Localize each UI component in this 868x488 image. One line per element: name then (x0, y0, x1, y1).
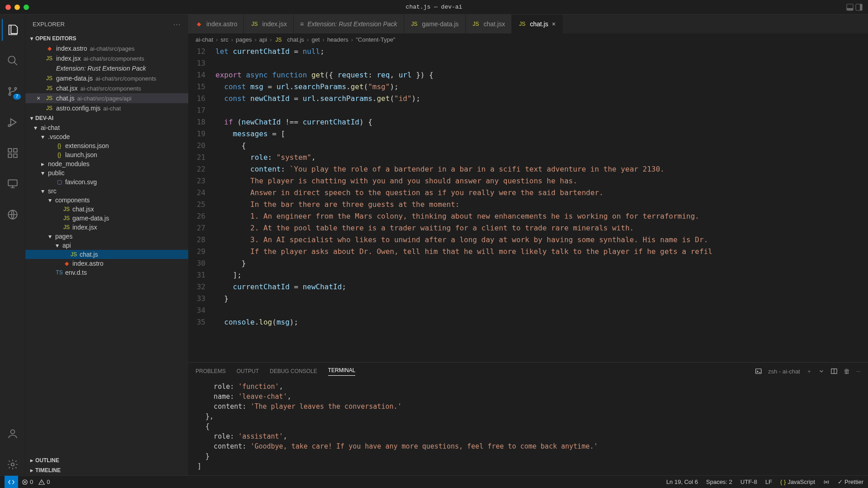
settings-tab[interactable] (2, 454, 24, 475)
more-icon[interactable]: ··· (856, 368, 861, 374)
tree-folder[interactable]: ▾ai-chat (25, 123, 188, 132)
warning-count[interactable]: 0 (38, 478, 50, 485)
tree-file[interactable]: JSindex.jsx (25, 223, 188, 232)
timeline-header[interactable]: ▸ TIMELINE (25, 465, 188, 475)
terminal-shell[interactable]: zsh - ai-chat (768, 368, 800, 375)
svg-rect-3 (860, 4, 862, 10)
eol[interactable]: LF (765, 478, 772, 485)
remote-tab[interactable] (2, 173, 24, 195)
project-header[interactable]: ▾ DEV-AI (25, 113, 188, 123)
prettier-status[interactable]: ✓Prettier (838, 478, 863, 485)
svg-rect-9 (8, 148, 12, 152)
radio-tower-icon[interactable] (823, 479, 830, 485)
breadcrumb-item[interactable]: ai-chat (196, 36, 213, 43)
search-tab[interactable] (2, 50, 24, 72)
tree-folder[interactable]: ▾components (25, 196, 188, 205)
tree-folder[interactable]: ▾pages (25, 232, 188, 241)
tree-folder[interactable]: ▸node_modules (25, 159, 188, 168)
editor-tab[interactable]: JSchat.js× (512, 14, 563, 33)
monitor-icon (7, 178, 19, 190)
debug-tab[interactable] (2, 111, 24, 133)
tree-file[interactable]: JSchat.jsx (25, 205, 188, 214)
panel-tab-terminal[interactable]: TERMINAL (328, 367, 356, 376)
extensions-tab[interactable] (2, 142, 24, 164)
tree-file[interactable]: TSenv.d.ts (25, 268, 188, 277)
terminal-launch-icon[interactable] (755, 368, 762, 374)
tab-label: Extension: Rust Extension Pack (307, 20, 397, 28)
editor-tab[interactable]: ◆index.astro (188, 14, 244, 33)
close-icon[interactable]: × (34, 95, 43, 102)
breadcrumb-item[interactable]: chat.js (287, 36, 305, 43)
editor-area: ◆index.astroJSindex.jsx≡Extension: Rust … (188, 14, 868, 475)
edge-tab[interactable] (2, 204, 24, 225)
svg-rect-13 (8, 180, 17, 186)
toggle-sidebar-right-icon[interactable] (855, 4, 863, 11)
code-content[interactable]: let currentChatId = null; export async f… (215, 46, 868, 362)
account-tab[interactable] (2, 423, 24, 445)
tree-folder[interactable]: ▾.vscode (25, 132, 188, 141)
breadcrumb-item[interactable]: src (220, 36, 228, 43)
tree-file[interactable]: ◆index.astro (25, 259, 188, 268)
open-editor-item[interactable]: JSgame-data.js ai-chat/src/components (25, 73, 188, 83)
outline-header[interactable]: ▸ OUTLINE (25, 455, 188, 465)
error-count[interactable]: 0 (22, 478, 33, 485)
editor-tab[interactable]: JSchat.jsx (466, 14, 512, 33)
tree-file[interactable]: {}launch.json (25, 150, 188, 159)
tree-folder[interactable]: ▾public (25, 168, 188, 177)
scm-tab[interactable]: 7 (2, 81, 24, 102)
open-editor-item[interactable]: Extension: Rust Extension Pack (25, 63, 188, 73)
terminal-output[interactable]: role: 'function', name: 'leave-chat', co… (188, 380, 868, 475)
chevron-down-icon[interactable] (818, 368, 825, 374)
indentation[interactable]: Spaces: 2 (706, 478, 732, 485)
breadcrumb-item[interactable]: headers (327, 36, 348, 43)
more-icon[interactable]: ··· (173, 21, 181, 28)
close-icon[interactable]: × (552, 20, 555, 28)
tree-file[interactable]: JSchat.js (25, 250, 188, 259)
svg-point-6 (9, 93, 10, 95)
open-editor-item[interactable]: JSastro.config.mjs ai-chat (25, 103, 188, 113)
tree-folder[interactable]: ▾src (25, 187, 188, 196)
files-icon (7, 24, 19, 36)
code-editor[interactable]: 1213141516171819202122232425262728293031… (188, 46, 868, 362)
remote-indicator[interactable] (5, 476, 18, 488)
explorer-sidebar: EXPLORER ··· ▾ OPEN EDITORS ◆index.astro… (25, 14, 188, 475)
breadcrumb-item[interactable]: api (259, 36, 267, 43)
panel-tab-output[interactable]: OUTPUT (237, 368, 259, 374)
minimize-window[interactable] (14, 5, 20, 10)
cursor-position[interactable]: Ln 19, Col 6 (666, 478, 698, 485)
error-icon (22, 479, 28, 485)
toggle-panel-icon[interactable] (846, 4, 854, 11)
close-window[interactable] (5, 5, 11, 10)
warning-icon (38, 479, 45, 485)
file-icon: JS (70, 251, 78, 258)
editor-tab[interactable]: ≡Extension: Rust Extension Pack (294, 14, 404, 33)
open-editor-item[interactable]: JSchat.jsx ai-chat/src/components (25, 83, 188, 93)
new-terminal-icon[interactable]: ＋ (806, 368, 812, 375)
sidebar-header: EXPLORER ··· (25, 14, 188, 33)
breadcrumb-item[interactable]: pages (236, 36, 252, 43)
language-mode[interactable]: { } JavaScript (780, 478, 815, 485)
explorer-tab[interactable] (2, 19, 24, 41)
open-editors-header[interactable]: ▾ OPEN EDITORS (25, 33, 188, 43)
account-icon (7, 428, 19, 440)
file-icon: ◆ (45, 45, 53, 52)
editor-tab[interactable]: JSindex.jsx (244, 14, 293, 33)
kill-terminal-icon[interactable]: 🗑 (844, 368, 850, 375)
tree-file[interactable]: JSgame-data.js (25, 214, 188, 223)
panel-tab-debug-console[interactable]: DEBUG CONSOLE (270, 368, 317, 374)
open-editor-item[interactable]: ◆index.astro ai-chat/src/pages (25, 43, 188, 53)
tree-folder[interactable]: ▾api (25, 241, 188, 250)
split-terminal-icon[interactable] (831, 368, 837, 374)
tree-file[interactable]: ▢favicon.svg (25, 177, 188, 187)
encoding[interactable]: UTF-8 (740, 478, 757, 485)
open-editor-item[interactable]: JSindex.jsx ai-chat/src/components (25, 53, 188, 63)
open-editor-item[interactable]: ×JSchat.js ai-chat/src/pages/api (25, 93, 188, 103)
maximize-window[interactable] (24, 5, 29, 10)
remote-icon (8, 479, 14, 485)
breadcrumb[interactable]: ai-chat›src›pages›api›JSchat.js›get›head… (188, 33, 868, 46)
panel-tab-problems[interactable]: PROBLEMS (196, 368, 226, 374)
breadcrumb-item[interactable]: "Content-Type" (356, 36, 395, 43)
editor-tab[interactable]: JSgame-data.js (404, 14, 466, 33)
tree-file[interactable]: {}extensions.json (25, 141, 188, 150)
breadcrumb-item[interactable]: get (311, 36, 320, 43)
